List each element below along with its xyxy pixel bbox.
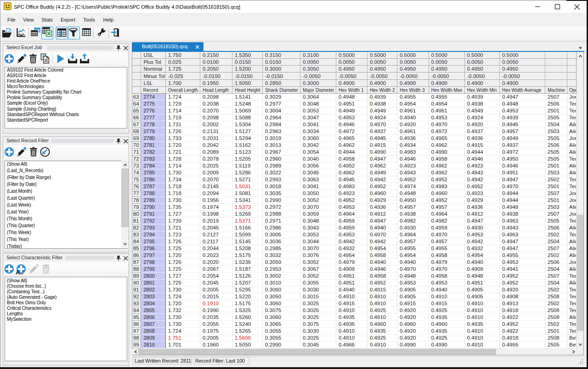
svg-text:A..: A..: [16, 269, 23, 275]
